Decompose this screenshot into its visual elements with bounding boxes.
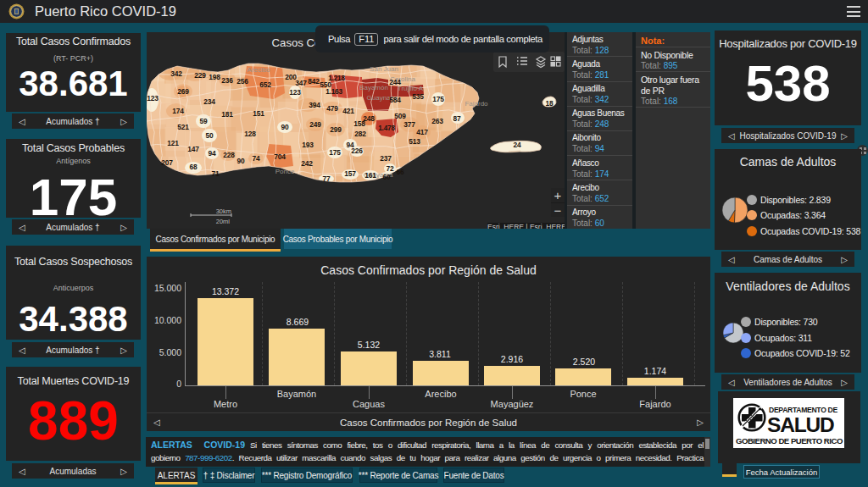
svg-text:161: 161 bbox=[364, 171, 376, 180]
svg-text:1.163: 1.163 bbox=[326, 88, 342, 96]
svg-text:236: 236 bbox=[221, 76, 233, 85]
svg-text:72: 72 bbox=[387, 164, 394, 173]
svg-text:18: 18 bbox=[546, 99, 554, 108]
svg-text:Arecibo: Arecibo bbox=[247, 66, 270, 74]
svg-text:158: 158 bbox=[353, 119, 365, 128]
svg-text:DEPARTAMENTO DE: DEPARTAMENTO DE bbox=[769, 406, 838, 414]
svg-text:652: 652 bbox=[259, 80, 271, 89]
svg-text:347: 347 bbox=[295, 79, 307, 87]
svg-text:513: 513 bbox=[409, 137, 420, 146]
svg-text:90: 90 bbox=[237, 157, 245, 165]
svg-text:842: 842 bbox=[308, 77, 320, 86]
svg-text:123: 123 bbox=[147, 94, 159, 102]
svg-text:479: 479 bbox=[326, 104, 338, 113]
svg-text:263: 263 bbox=[431, 117, 443, 125]
svg-text:249: 249 bbox=[309, 120, 321, 129]
svg-text:417: 417 bbox=[416, 128, 428, 136]
svg-text:256: 256 bbox=[236, 77, 248, 86]
svg-text:269: 269 bbox=[177, 87, 189, 96]
svg-text:509: 509 bbox=[394, 112, 406, 120]
svg-text:234: 234 bbox=[203, 97, 215, 106]
svg-text:90: 90 bbox=[281, 123, 289, 131]
svg-text:535: 535 bbox=[412, 92, 424, 101]
svg-text:157: 157 bbox=[344, 169, 356, 178]
svg-text:299: 299 bbox=[330, 125, 342, 134]
svg-text:198: 198 bbox=[209, 73, 220, 81]
svg-text:237: 237 bbox=[380, 154, 392, 163]
svg-text:Trujillo A: Trujillo A bbox=[398, 85, 424, 92]
svg-text:226: 226 bbox=[351, 147, 363, 155]
svg-text:24: 24 bbox=[514, 141, 521, 149]
svg-text:207: 207 bbox=[161, 158, 173, 167]
svg-text:193: 193 bbox=[302, 141, 314, 149]
svg-text:174: 174 bbox=[172, 107, 184, 115]
svg-text:San Juan: San Juan bbox=[370, 65, 398, 73]
svg-text:87: 87 bbox=[453, 114, 461, 123]
svg-text:175: 175 bbox=[432, 95, 444, 103]
svg-text:128: 128 bbox=[244, 130, 256, 138]
svg-text:GOBIERNO DE PUERTO RICO: GOBIERNO DE PUERTO RICO bbox=[736, 436, 843, 445]
svg-text:74: 74 bbox=[253, 154, 260, 163]
svg-text:521: 521 bbox=[177, 123, 189, 131]
svg-text:181: 181 bbox=[221, 110, 233, 119]
svg-text:394: 394 bbox=[309, 101, 320, 109]
svg-text:94: 94 bbox=[209, 149, 216, 158]
svg-text:342: 342 bbox=[170, 69, 182, 78]
svg-text:584: 584 bbox=[389, 96, 401, 104]
svg-text:Ponce: Ponce bbox=[275, 168, 295, 175]
svg-text:Fajardo: Fajardo bbox=[465, 100, 488, 108]
svg-text:Bayamón: Bayamón bbox=[359, 84, 388, 91]
svg-text:377: 377 bbox=[403, 120, 415, 129]
svg-text:123: 123 bbox=[289, 88, 301, 97]
svg-text:151: 151 bbox=[253, 109, 264, 118]
svg-text:20ml: 20ml bbox=[216, 218, 231, 225]
svg-text:SALUD: SALUD bbox=[767, 413, 834, 436]
svg-text:242: 242 bbox=[301, 159, 313, 168]
svg-text:71: 71 bbox=[212, 169, 220, 178]
svg-text:1.478: 1.478 bbox=[378, 125, 395, 132]
svg-text:282: 282 bbox=[354, 130, 366, 138]
svg-text:30km: 30km bbox=[216, 208, 231, 215]
svg-text:228: 228 bbox=[223, 151, 235, 159]
svg-text:704: 704 bbox=[274, 152, 286, 161]
svg-text:229: 229 bbox=[194, 71, 206, 80]
svg-text:147: 147 bbox=[187, 145, 199, 153]
svg-text:1.218: 1.218 bbox=[328, 75, 345, 82]
svg-text:59: 59 bbox=[200, 117, 208, 125]
svg-text:175: 175 bbox=[329, 148, 341, 157]
svg-text:68: 68 bbox=[190, 163, 198, 171]
svg-text:77: 77 bbox=[323, 174, 331, 183]
svg-text:50: 50 bbox=[206, 131, 214, 140]
svg-text:244: 244 bbox=[389, 78, 401, 86]
svg-text:421: 421 bbox=[342, 107, 354, 115]
svg-text:60: 60 bbox=[383, 173, 391, 181]
svg-text:66: 66 bbox=[397, 168, 404, 176]
svg-text:121: 121 bbox=[167, 139, 179, 147]
